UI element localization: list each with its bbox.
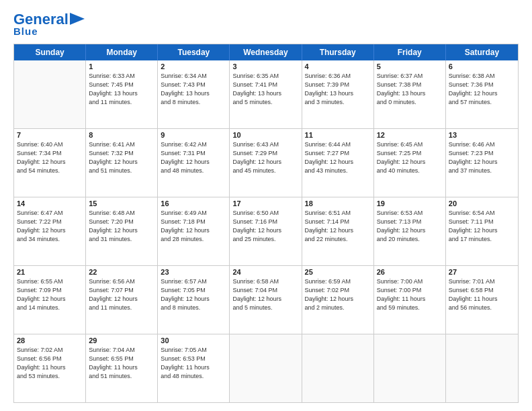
- day-number: 17: [232, 199, 298, 208]
- calendar-cell: 20Sunrise: 6:54 AM Sunset: 7:11 PM Dayli…: [446, 197, 518, 265]
- calendar-cell: [14, 60, 86, 128]
- calendar-cell: [446, 334, 518, 402]
- header-day-thursday: Thursday: [302, 44, 374, 60]
- calendar-cell: 10Sunrise: 6:43 AM Sunset: 7:29 PM Dayli…: [230, 129, 302, 197]
- calendar-cell: 30Sunrise: 7:05 AM Sunset: 6:53 PM Dayli…: [158, 334, 230, 402]
- day-info: Sunrise: 6:43 AM Sunset: 7:29 PM Dayligh…: [232, 140, 298, 175]
- day-info: Sunrise: 7:01 AM Sunset: 6:58 PM Dayligh…: [449, 277, 515, 312]
- day-number: 4: [305, 62, 371, 71]
- day-info: Sunrise: 6:34 AM Sunset: 7:43 PM Dayligh…: [161, 72, 226, 107]
- day-number: 12: [377, 131, 443, 139]
- day-number: 9: [161, 131, 226, 139]
- calendar-header: SundayMondayTuesdayWednesdayThursdayFrid…: [14, 44, 518, 60]
- day-number: 13: [449, 131, 515, 139]
- day-info: Sunrise: 6:54 AM Sunset: 7:11 PM Dayligh…: [449, 209, 515, 244]
- calendar: SundayMondayTuesdayWednesdayThursdayFrid…: [13, 44, 519, 403]
- calendar-cell: [302, 334, 374, 402]
- header: General Blue: [13, 12, 519, 37]
- calendar-cell: 2Sunrise: 6:34 AM Sunset: 7:43 PM Daylig…: [158, 60, 230, 128]
- day-info: Sunrise: 6:57 AM Sunset: 7:05 PM Dayligh…: [161, 277, 226, 312]
- calendar-cell: 15Sunrise: 6:48 AM Sunset: 7:20 PM Dayli…: [86, 197, 158, 265]
- day-number: 7: [17, 131, 83, 139]
- day-number: 26: [377, 268, 443, 276]
- day-number: 5: [377, 62, 443, 71]
- day-info: Sunrise: 6:45 AM Sunset: 7:25 PM Dayligh…: [377, 140, 443, 175]
- calendar-cell: 14Sunrise: 6:47 AM Sunset: 7:22 PM Dayli…: [14, 197, 86, 265]
- day-number: 20: [449, 199, 515, 208]
- logo: General Blue: [13, 12, 85, 37]
- calendar-cell: 19Sunrise: 6:53 AM Sunset: 7:13 PM Dayli…: [374, 197, 446, 265]
- day-info: Sunrise: 6:50 AM Sunset: 7:16 PM Dayligh…: [232, 209, 298, 244]
- header-day-wednesday: Wednesday: [230, 44, 302, 60]
- day-number: 8: [89, 131, 154, 139]
- day-info: Sunrise: 6:36 AM Sunset: 7:39 PM Dayligh…: [305, 72, 371, 107]
- calendar-cell: 5Sunrise: 6:37 AM Sunset: 7:38 PM Daylig…: [374, 60, 446, 128]
- calendar-cell: 7Sunrise: 6:40 AM Sunset: 7:34 PM Daylig…: [14, 129, 86, 197]
- day-info: Sunrise: 7:02 AM Sunset: 6:56 PM Dayligh…: [17, 346, 83, 381]
- calendar-cell: 18Sunrise: 6:51 AM Sunset: 7:14 PM Dayli…: [302, 197, 374, 265]
- svg-marker-0: [70, 13, 85, 25]
- calendar-row-2: 14Sunrise: 6:47 AM Sunset: 7:22 PM Dayli…: [14, 197, 518, 266]
- day-number: 14: [17, 199, 83, 208]
- calendar-cell: 21Sunrise: 6:55 AM Sunset: 7:09 PM Dayli…: [14, 266, 86, 334]
- day-info: Sunrise: 6:55 AM Sunset: 7:09 PM Dayligh…: [17, 277, 83, 312]
- logo-text: General: [13, 12, 69, 27]
- header-day-monday: Monday: [86, 44, 158, 60]
- day-number: 29: [89, 336, 154, 345]
- day-number: 2: [161, 62, 226, 71]
- calendar-cell: 26Sunrise: 7:00 AM Sunset: 7:00 PM Dayli…: [374, 266, 446, 334]
- calendar-cell: 24Sunrise: 6:58 AM Sunset: 7:04 PM Dayli…: [230, 266, 302, 334]
- header-day-sunday: Sunday: [14, 44, 86, 60]
- day-number: 21: [17, 268, 83, 276]
- calendar-cell: 1Sunrise: 6:33 AM Sunset: 7:45 PM Daylig…: [86, 60, 158, 128]
- day-info: Sunrise: 6:37 AM Sunset: 7:38 PM Dayligh…: [377, 72, 443, 107]
- day-info: Sunrise: 6:47 AM Sunset: 7:22 PM Dayligh…: [17, 209, 83, 244]
- day-number: 11: [305, 131, 371, 139]
- calendar-row-0: 1Sunrise: 6:33 AM Sunset: 7:45 PM Daylig…: [14, 60, 518, 129]
- day-info: Sunrise: 6:56 AM Sunset: 7:07 PM Dayligh…: [89, 277, 154, 312]
- day-info: Sunrise: 6:33 AM Sunset: 7:45 PM Dayligh…: [89, 72, 154, 107]
- day-number: 22: [89, 268, 154, 276]
- day-number: 30: [161, 336, 226, 345]
- page: General Blue SundayMondayTuesdayWednesda…: [0, 0, 532, 411]
- calendar-cell: 11Sunrise: 6:44 AM Sunset: 7:27 PM Dayli…: [302, 129, 374, 197]
- logo-blue: Blue: [13, 26, 38, 37]
- calendar-cell: 17Sunrise: 6:50 AM Sunset: 7:16 PM Dayli…: [230, 197, 302, 265]
- calendar-cell: [374, 334, 446, 402]
- day-info: Sunrise: 6:44 AM Sunset: 7:27 PM Dayligh…: [305, 140, 371, 175]
- day-number: 1: [89, 62, 154, 71]
- day-number: 15: [89, 199, 154, 208]
- logo-arrow-icon: [70, 13, 85, 25]
- calendar-cell: 23Sunrise: 6:57 AM Sunset: 7:05 PM Dayli…: [158, 266, 230, 334]
- calendar-cell: 22Sunrise: 6:56 AM Sunset: 7:07 PM Dayli…: [86, 266, 158, 334]
- calendar-cell: 29Sunrise: 7:04 AM Sunset: 6:55 PM Dayli…: [86, 334, 158, 402]
- header-day-friday: Friday: [374, 44, 446, 60]
- header-day-saturday: Saturday: [446, 44, 518, 60]
- day-number: 28: [17, 336, 83, 345]
- day-number: 23: [161, 268, 226, 276]
- day-info: Sunrise: 6:38 AM Sunset: 7:36 PM Dayligh…: [449, 72, 515, 107]
- calendar-cell: 6Sunrise: 6:38 AM Sunset: 7:36 PM Daylig…: [446, 60, 518, 128]
- day-number: 10: [232, 131, 298, 139]
- day-info: Sunrise: 7:04 AM Sunset: 6:55 PM Dayligh…: [89, 346, 154, 381]
- day-info: Sunrise: 6:40 AM Sunset: 7:34 PM Dayligh…: [17, 140, 83, 175]
- day-info: Sunrise: 7:00 AM Sunset: 7:00 PM Dayligh…: [377, 277, 443, 312]
- calendar-cell: 16Sunrise: 6:49 AM Sunset: 7:18 PM Dayli…: [158, 197, 230, 265]
- day-number: 18: [305, 199, 371, 208]
- day-info: Sunrise: 6:58 AM Sunset: 7:04 PM Dayligh…: [232, 277, 298, 312]
- day-info: Sunrise: 6:51 AM Sunset: 7:14 PM Dayligh…: [305, 209, 371, 244]
- calendar-cell: [230, 334, 302, 402]
- day-number: 3: [232, 62, 298, 71]
- calendar-row-1: 7Sunrise: 6:40 AM Sunset: 7:34 PM Daylig…: [14, 129, 518, 197]
- calendar-cell: 8Sunrise: 6:41 AM Sunset: 7:32 PM Daylig…: [86, 129, 158, 197]
- day-info: Sunrise: 6:42 AM Sunset: 7:31 PM Dayligh…: [161, 140, 226, 175]
- day-info: Sunrise: 6:53 AM Sunset: 7:13 PM Dayligh…: [377, 209, 443, 244]
- day-info: Sunrise: 6:46 AM Sunset: 7:23 PM Dayligh…: [449, 140, 515, 175]
- day-info: Sunrise: 6:35 AM Sunset: 7:41 PM Dayligh…: [232, 72, 298, 107]
- header-day-tuesday: Tuesday: [158, 44, 230, 60]
- day-info: Sunrise: 7:05 AM Sunset: 6:53 PM Dayligh…: [161, 346, 226, 381]
- calendar-cell: 13Sunrise: 6:46 AM Sunset: 7:23 PM Dayli…: [446, 129, 518, 197]
- day-number: 16: [161, 199, 226, 208]
- calendar-cell: 9Sunrise: 6:42 AM Sunset: 7:31 PM Daylig…: [158, 129, 230, 197]
- day-number: 25: [305, 268, 371, 276]
